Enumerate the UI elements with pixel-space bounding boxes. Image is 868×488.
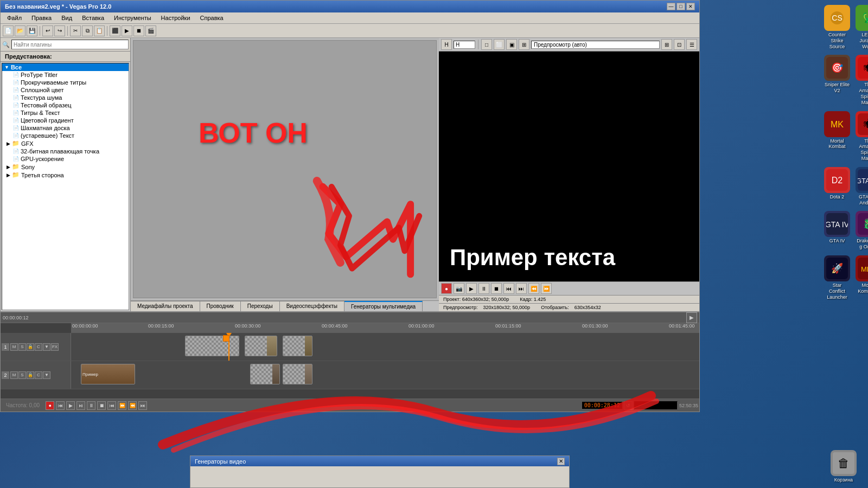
tree-item-titles[interactable]: 📄 Титры & Текст: [2, 109, 129, 117]
tree-item-gfx[interactable]: ▶ 📁 GFX: [2, 139, 129, 147]
track-2-lock[interactable]: 🔒: [27, 371, 34, 379]
tree-item-chess[interactable]: 📄 Шахматная доска: [2, 124, 129, 132]
preview-mode-select[interactable]: H: [454, 41, 475, 49]
toolbar-btn4[interactable]: ⬛: [110, 25, 120, 36]
desktop-icon-sniper[interactable]: 🎯 Sniper Elite V2: [822, 53, 852, 107]
tree-item-32bit[interactable]: 📄 32-битная плавающая точка: [2, 147, 129, 155]
menu-view[interactable]: Вид: [57, 14, 76, 22]
track-1-fxchain[interactable]: FX: [51, 343, 59, 351]
desktop-icon-mk[interactable]: MK Mortal Kombat: [822, 109, 852, 164]
preview-fwd[interactable]: ⏩: [541, 283, 552, 294]
toolbar-copy[interactable]: ⧉: [82, 25, 93, 36]
toolbar-new[interactable]: 📄: [3, 25, 14, 36]
preview-back[interactable]: ⏪: [528, 283, 539, 294]
toolbar-open[interactable]: 📂: [15, 25, 25, 36]
desktop-icon-spiderman2[interactable]: 🕷 The Amazing Spider-Man…: [853, 109, 868, 164]
tree-item-noise[interactable]: 📄 Текстура шума: [2, 94, 129, 101]
tree-item-protype[interactable]: 📄 ProType Titler: [2, 71, 129, 79]
tree-item-legacy[interactable]: 📄 (устаревшее) Текст: [2, 132, 129, 139]
transport-fwd[interactable]: ⏩: [118, 401, 126, 410]
desktop-icon-gta4[interactable]: GTA IV GTA IV: [822, 209, 852, 252]
track-1-lock[interactable]: 🔒: [27, 343, 34, 351]
transport-play[interactable]: ▶: [66, 401, 75, 410]
clip-1b[interactable]: [245, 336, 277, 356]
track-1-mute[interactable]: M: [10, 343, 18, 351]
desktop-icon-star-conflict[interactable]: 🚀 Star Conflict Launcher: [822, 253, 852, 302]
close-button[interactable]: ✕: [686, 3, 695, 10]
preview-btn-4[interactable]: ▣: [506, 39, 517, 50]
tab-media[interactable]: Медиафайлы проекта: [131, 301, 200, 311]
tab-effects[interactable]: Видеоспецэффекты: [280, 301, 344, 311]
transport-play-from[interactable]: ⏯: [76, 401, 85, 410]
toolbar-render[interactable]: 🎬: [145, 25, 156, 36]
search-input[interactable]: [11, 40, 129, 49]
tree-item-gradient[interactable]: 📄 Цветовой градиент: [2, 117, 129, 124]
menu-edit[interactable]: Правка: [27, 14, 56, 22]
preview-record[interactable]: ●: [441, 283, 452, 294]
track-2-mute[interactable]: M: [10, 371, 18, 379]
preview-btn-1[interactable]: H: [441, 39, 452, 50]
clip-2c[interactable]: [283, 364, 312, 384]
desktop-icon-gta-sa[interactable]: GTA SA GTA San Andreas: [853, 165, 868, 208]
toolbar-undo[interactable]: ↩: [42, 25, 53, 36]
desktop-icon-mkx[interactable]: MKX Mortal Kombat X: [853, 253, 868, 302]
preview-stop[interactable]: ⏹: [491, 283, 502, 294]
tree-item-scrolling[interactable]: 📄 Прокручиваемые титры: [2, 79, 129, 86]
menu-insert[interactable]: Вставка: [78, 14, 108, 22]
tree-item-gpu[interactable]: 📄 GPU-ускорение: [2, 155, 129, 163]
preview-btn-2[interactable]: □: [481, 39, 492, 50]
tab-explorer[interactable]: Проводник: [200, 301, 241, 311]
timeline-scrollbar[interactable]: [634, 401, 678, 410]
desktop-icon-counter-strike[interactable]: CS Counter Strike Source: [822, 3, 852, 52]
toolbar-redo[interactable]: ↪: [54, 25, 65, 36]
desktop-icon-lego[interactable]: 🦕 LEGO Jurassic World: [853, 3, 868, 52]
transport-pause[interactable]: ⏸: [87, 401, 95, 410]
preview-btn-6[interactable]: ⊞: [661, 39, 672, 50]
transport-loop[interactable]: ↺: [624, 401, 633, 410]
preview-btn-7[interactable]: ⊡: [674, 39, 685, 50]
track-1-composite[interactable]: C: [35, 343, 42, 351]
desktop-icon-spiderman1[interactable]: 🕷 The Amazing Spider-Man…: [853, 53, 868, 107]
dialog-close-button[interactable]: ✕: [557, 458, 565, 465]
transport-back[interactable]: ⏪: [128, 401, 137, 410]
preview-snapshot[interactable]: 📷: [454, 283, 464, 294]
track-1-solo[interactable]: S: [18, 343, 26, 351]
transport-next[interactable]: ⏭: [138, 401, 147, 410]
tree-item-test[interactable]: 📄 Тестовый образец: [2, 101, 129, 109]
timeline-scroll-right[interactable]: ▶: [686, 312, 697, 323]
toolbar-btn6[interactable]: ⏹: [133, 25, 144, 36]
preview-btn-8[interactable]: ☰: [686, 39, 697, 50]
track-1-expand[interactable]: ▼: [43, 343, 50, 351]
tree-item-sony[interactable]: ▶ 📁 Sony: [2, 163, 129, 171]
preview-pause[interactable]: ⏸: [478, 283, 489, 294]
preview-btn-3[interactable]: ⬜: [494, 39, 505, 50]
clip-2a[interactable]: Пример: [81, 364, 135, 384]
transport-rewind[interactable]: ⏮: [56, 401, 65, 410]
track-2-composite[interactable]: C: [35, 371, 42, 379]
preview-play-ext[interactable]: ▶: [466, 283, 477, 294]
tab-generators[interactable]: Генераторы мультимедиа: [344, 301, 423, 311]
desktop-icon-dota2[interactable]: D2 Dota 2: [822, 165, 852, 208]
tree-item-third[interactable]: ▶ 📁 Третья сторона: [2, 171, 129, 179]
menu-settings[interactable]: Настройки: [157, 14, 195, 22]
clip-1a[interactable]: [185, 336, 239, 356]
tree-root[interactable]: ▼ Все: [2, 63, 129, 71]
toolbar-cut[interactable]: ✂: [70, 25, 81, 36]
minimize-button[interactable]: —: [667, 3, 675, 10]
toolbar-paste[interactable]: 📋: [94, 25, 105, 36]
preview-mode-label[interactable]: Предпросмотр (авто): [531, 41, 660, 49]
tree-item-solid[interactable]: 📄 Сплошной цвет: [2, 86, 129, 94]
menu-file[interactable]: Файл: [3, 14, 26, 22]
toolbar-save[interactable]: 💾: [27, 25, 37, 36]
track-2-solo[interactable]: S: [18, 371, 26, 379]
toolbar-btn5[interactable]: ▶: [122, 25, 132, 36]
preview-ff[interactable]: ⏭: [516, 283, 527, 294]
maximize-button[interactable]: □: [676, 3, 685, 10]
track-2-expand[interactable]: ▼: [43, 371, 50, 379]
menu-tools[interactable]: Инструменты: [110, 14, 156, 22]
desktop-icon-drakensang[interactable]: 🐉 Drakensang Online: [853, 209, 868, 252]
preview-btn-5[interactable]: ⊞: [519, 39, 529, 50]
desktop-icon-recycle[interactable]: 🗑 Корзина: [822, 448, 865, 485]
transport-stop[interactable]: ⏹: [97, 401, 106, 410]
tab-transitions[interactable]: Переходы: [241, 301, 280, 311]
